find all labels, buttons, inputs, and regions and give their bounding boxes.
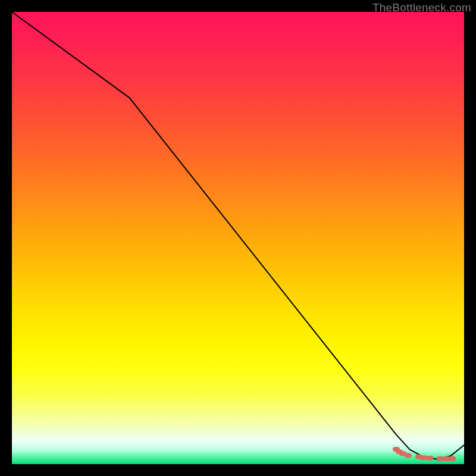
highlight-dot xyxy=(426,456,433,461)
highlight-dot xyxy=(405,453,412,458)
highlight-end-dot xyxy=(450,456,456,461)
highlight-dot xyxy=(420,455,427,460)
plot-svg xyxy=(12,12,464,464)
series-highlight-dots xyxy=(393,447,456,461)
series-curve xyxy=(12,12,464,459)
watermark-label: TheBottleneck.com xyxy=(372,1,471,14)
chart-stage: TheBottleneck.com xyxy=(0,0,476,476)
plot-area xyxy=(12,12,464,464)
curve-line xyxy=(12,12,464,459)
